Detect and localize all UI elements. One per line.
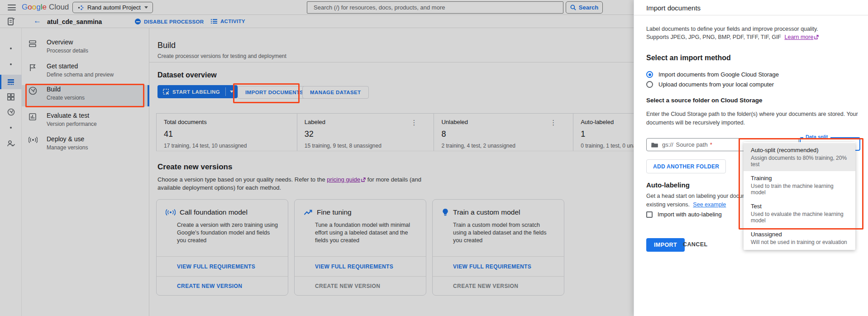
radio-unselected-icon: [646, 81, 653, 88]
nav-item-build[interactable]: Build Create versions: [22, 85, 149, 106]
page-title: Build: [157, 41, 176, 50]
rail-dot-icon[interactable]: [10, 127, 12, 129]
create-new-version-link-disabled[interactable]: CREATE NEW VERSION: [433, 276, 564, 295]
create-new-version-link[interactable]: CREATE NEW VERSION: [157, 276, 288, 295]
back-arrow-icon[interactable]: ←: [33, 16, 41, 25]
kebab-menu-icon[interactable]: ⋮: [550, 119, 557, 127]
nav-item-overview[interactable]: Overview Processor details: [22, 38, 149, 59]
icon-rail: [0, 28, 22, 316]
import-documents-label: IMPORT DOCUMENTS: [245, 90, 303, 95]
card-call-foundation-model: Call foundation model Create a version w…: [156, 199, 288, 296]
create-new-version-link-disabled[interactable]: CREATE NEW VERSION: [295, 276, 426, 295]
search-input[interactable]: [307, 1, 563, 14]
checkbox-label: Import with auto-labeling: [658, 211, 722, 218]
stat-detail: 2 training, 4 test, 2 unassigned: [441, 143, 573, 149]
card-fine-tuning: Fine tuning Tune a foundation model with…: [294, 199, 426, 296]
google-cloud-logo: Google Cloud: [22, 3, 69, 12]
pricing-guide-link[interactable]: pricing guide: [327, 176, 360, 183]
build-circle-icon[interactable]: [7, 108, 15, 116]
menu-item-unassigned[interactable]: Unassigned Will not be used in training …: [744, 227, 855, 249]
menu-item-subtitle: Used to evaluate the machine learning mo…: [751, 211, 848, 224]
nav-item-evaluate-test[interactable]: Evaluate & test Version performance: [22, 111, 149, 133]
nav-item-sublabel: Version performance: [47, 121, 97, 127]
nav-item-deploy-use[interactable]: Deploy & use Manage versions: [22, 135, 149, 156]
nav-item-sublabel: Create versions: [47, 95, 85, 101]
cancel-button[interactable]: CANCEL: [683, 241, 707, 248]
rail-dot-icon[interactable]: [10, 48, 12, 49]
radio-import-from-gcs[interactable]: Import documents from Google Cloud Stora…: [646, 71, 779, 78]
menu-item-subtitle: Used to train the machine learning model: [751, 183, 848, 196]
dataset-overview-title: Dataset overview: [157, 71, 217, 79]
start-labeling-button[interactable]: START LABELING: [157, 85, 238, 98]
menu-item-title: Test: [751, 203, 848, 210]
logo-letter: g: [36, 3, 40, 11]
menu-item-auto-split[interactable]: Auto-split (recommended) Assign document…: [744, 143, 855, 171]
manage-dataset-label: MANAGE DATASET: [310, 90, 361, 95]
lightbulb-icon: [442, 208, 449, 216]
card-description: Create a version with zero training usin…: [177, 221, 279, 244]
menu-icon[interactable]: [8, 5, 16, 10]
menu-item-subtitle: Assign documents to 80% training, 20% te…: [751, 155, 848, 168]
rail-item-dataset-selected[interactable]: [0, 75, 22, 89]
manage-dataset-button[interactable]: MANAGE DATASET: [302, 86, 369, 99]
learn-more-link[interactable]: Learn more: [784, 34, 813, 40]
search-icon: [570, 5, 576, 10]
see-example-link[interactable]: See example: [693, 201, 726, 208]
activity-label: ACTIVITY: [220, 19, 245, 24]
auto-labeling-title: Auto-labeling: [646, 181, 690, 189]
import-method-title: Select an import method: [646, 54, 731, 62]
label-icon: [163, 89, 169, 95]
rail-dot-icon[interactable]: [10, 63, 12, 65]
stat-label: Total documents: [164, 119, 297, 125]
dataset-stats: Total documents 41 17 training, 14 test,…: [156, 113, 661, 151]
panel-intro: Label documents to define your fields an…: [646, 25, 819, 41]
menu-item-test[interactable]: Test Used to evaluate the machine learni…: [744, 199, 855, 227]
activity-button[interactable]: ACTIVITY: [211, 19, 245, 24]
search-button[interactable]: Search: [566, 1, 603, 14]
nav-item-label: Build: [47, 86, 61, 93]
grid-icon[interactable]: [7, 93, 14, 101]
flag-icon: [29, 63, 37, 72]
intro-text: Label documents to define your fields an…: [646, 25, 819, 33]
processor-nav: Overview Processor details Get started D…: [22, 28, 149, 316]
import-documents-button[interactable]: IMPORT DOCUMENTS: [238, 86, 311, 99]
supported-formats-text: Supports JPEG, JPG, PNG, BMP, PDF, TIFF,…: [646, 34, 781, 40]
stat-value: 8: [441, 129, 573, 139]
person-check-icon[interactable]: [7, 140, 15, 147]
nav-item-label: Evaluate & test: [47, 112, 89, 119]
start-labeling-dropdown[interactable]: [226, 85, 238, 98]
disable-processor-button[interactable]: DISABLE PROCESSOR: [135, 19, 204, 24]
stat-total-documents: Total documents 41 17 training, 14 test,…: [157, 114, 297, 151]
project-selector[interactable]: Rand automl Project: [72, 2, 153, 13]
menu-item-title: Unassigned: [751, 231, 848, 238]
radio-selected-icon: [646, 71, 653, 78]
radio-upload-local[interactable]: Upload documents from your local compute…: [646, 81, 774, 88]
kebab-menu-icon[interactable]: ⋮: [410, 119, 417, 127]
dataset-icon: [7, 78, 14, 86]
view-full-requirements-link[interactable]: VIEW FULL REQUIREMENTS: [157, 256, 288, 276]
view-full-requirements-link[interactable]: VIEW FULL REQUIREMENTS: [295, 256, 426, 276]
logo-letter: o: [28, 3, 32, 11]
create-versions-title: Create new versions: [157, 163, 232, 172]
import-button[interactable]: IMPORT: [646, 238, 685, 252]
add-another-folder-button[interactable]: ADD ANOTHER FOLDER: [646, 159, 726, 173]
card-title: Train a custom model: [453, 208, 520, 216]
nav-item-label: Overview: [47, 38, 73, 46]
import-with-auto-labeling-checkbox[interactable]: Import with auto-labeling: [646, 211, 722, 218]
menu-item-training[interactable]: Training Used to train the machine learn…: [744, 171, 855, 199]
view-full-requirements-link[interactable]: VIEW FULL REQUIREMENTS: [433, 256, 564, 276]
document-ai-icon: [6, 17, 16, 27]
project-icon: [77, 5, 84, 11]
build-page: Build Create processor versions for test…: [149, 28, 670, 316]
radio-label: Import documents from Google Cloud Stora…: [658, 71, 779, 78]
nav-item-get-started[interactable]: Get started Define schema and preview: [22, 62, 149, 83]
stat-labeled: Labeled 32 15 training, 9 test, 8 unassi…: [297, 114, 434, 151]
data-split-label: Data split: [803, 134, 830, 139]
nav-item-sublabel: Define schema and preview: [47, 72, 114, 78]
data-split-menu: Auto-split (recommended) Assign document…: [744, 142, 855, 250]
source-folder-description: Enter the Cloud Storage path to the fold…: [646, 110, 858, 127]
menu-item-title: Training: [751, 175, 848, 182]
card-train-custom-model: Train a custom model Train a custom mode…: [432, 199, 564, 296]
disable-icon: [135, 19, 141, 24]
start-labeling-label: START LABELING: [172, 89, 220, 95]
